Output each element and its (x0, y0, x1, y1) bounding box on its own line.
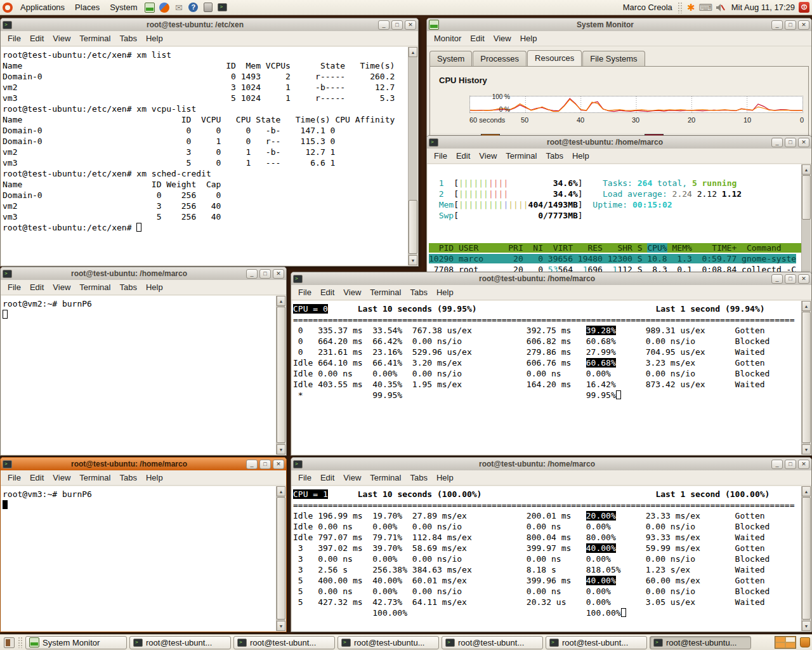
taskbar-button-5[interactable]: root@test-ubunt... (546, 636, 647, 649)
scrollbar-thumb[interactable] (277, 307, 285, 443)
menu-item-tabs[interactable]: Tabs (115, 472, 141, 484)
menu-item-tabs[interactable]: Tabs (115, 281, 141, 293)
scroll-down-icon[interactable]: ▼ (409, 255, 417, 265)
minimize-button[interactable]: _ (246, 460, 258, 469)
system-monitor-launcher[interactable] (144, 2, 155, 13)
menu-item-tabs[interactable]: Tabs (405, 286, 431, 298)
computer-launcher[interactable] (202, 2, 213, 13)
titlebar[interactable]: root@test-ubuntu: /home/marco _ □ ✕ (427, 136, 811, 149)
minimize-button[interactable]: _ (378, 20, 390, 30)
menu-item-file[interactable]: File (294, 286, 316, 298)
minimize-button[interactable]: _ (771, 20, 783, 30)
update-notifier[interactable]: ✱ (686, 2, 697, 13)
menu-item-file[interactable]: File (294, 472, 316, 484)
show-desktop-button[interactable] (4, 637, 15, 648)
menu-item-tabs[interactable]: Tabs (405, 472, 431, 484)
maximize-button[interactable]: □ (785, 460, 796, 469)
menu-item-monitor[interactable]: Monitor (429, 32, 466, 44)
titlebar[interactable]: root@test-ubuntu: /home/marco _ □ ✕ (291, 272, 811, 285)
menu-item-help[interactable]: Help (141, 472, 167, 484)
user-switcher[interactable]: Marco Creola (619, 3, 676, 12)
taskbar-button-6[interactable]: root@test-ubuntu... (650, 636, 751, 649)
close-button[interactable]: ✕ (798, 274, 809, 284)
ubuntu-logo-icon[interactable] (3, 3, 13, 13)
menu-item-file[interactable]: File (3, 32, 25, 44)
applet-handle[interactable] (678, 2, 683, 13)
menu-item-help[interactable]: Help (568, 150, 594, 162)
menu-item-view[interactable]: View (48, 472, 75, 484)
menu-item-view[interactable]: View (339, 472, 365, 484)
scrollbar-thumb[interactable] (802, 497, 811, 620)
close-button[interactable]: ✕ (405, 20, 416, 30)
titlebar[interactable]: root@test-ubuntu: /etc/xen _ □ ✕ (1, 18, 418, 31)
workspace-2[interactable] (785, 637, 796, 642)
menu-item-edit[interactable]: Edit (316, 472, 339, 484)
menu-item-file[interactable]: File (3, 472, 25, 484)
taskbar-button-0[interactable]: System Monitor (25, 636, 127, 649)
scrollbar-thumb[interactable] (802, 175, 811, 220)
minimize-button[interactable]: _ (771, 138, 783, 147)
menu-item-help[interactable]: Help (516, 32, 542, 44)
menu-item-edit[interactable]: Edit (25, 32, 48, 44)
titlebar[interactable]: root@test-ubuntu: /home/marco _ □ ✕ (291, 458, 811, 470)
help-launcher[interactable]: ? (188, 2, 199, 13)
taskbar-button-1[interactable]: root@test-ubunt... (129, 636, 231, 649)
menu-item-terminal[interactable]: Terminal (75, 281, 115, 293)
workspace-switcher[interactable] (775, 636, 796, 649)
menu-item-terminal[interactable]: Terminal (75, 32, 115, 44)
logout-button[interactable]: ⏼ (799, 2, 809, 13)
menu-item-edit[interactable]: Edit (25, 281, 48, 293)
menu-item-places[interactable]: Places (70, 1, 105, 13)
menu-item-edit[interactable]: Edit (316, 286, 339, 298)
menu-item-terminal[interactable]: Terminal (75, 472, 115, 484)
minimize-button[interactable]: _ (771, 274, 783, 284)
workspace-3[interactable] (775, 642, 785, 648)
menu-item-view[interactable]: View (48, 32, 75, 44)
menu-item-view[interactable]: View (48, 281, 75, 293)
window-vm3-terminal[interactable]: root@test-ubuntu: /home/marco _ □ ✕ File… (0, 457, 287, 632)
tasklist-handle[interactable] (18, 637, 23, 648)
scrollbar[interactable]: ▲ ▼ (801, 486, 811, 631)
titlebar[interactable]: root@test-ubuntu: /home/marco _ □ ✕ (1, 267, 286, 280)
scrollbar[interactable]: ▲ ▼ (276, 296, 285, 454)
close-button[interactable]: ✕ (273, 460, 284, 469)
tab-processes[interactable]: Processes (473, 51, 527, 66)
terminal-output[interactable]: CPU = 0 Last 10 seconds (99.95%) Last 1 … (292, 301, 801, 454)
taskbar-button-2[interactable]: root@test-ubunt... (233, 636, 335, 649)
menu-item-view[interactable]: View (339, 286, 365, 298)
scroll-down-icon[interactable]: ▼ (802, 621, 811, 631)
menu-item-edit[interactable]: Edit (25, 472, 48, 484)
keyboard-indicator[interactable]: ⌨ (700, 2, 711, 13)
scrollbar-thumb[interactable] (277, 497, 285, 620)
scroll-up-icon[interactable]: ▲ (277, 486, 285, 496)
maximize-button[interactable]: □ (785, 20, 796, 30)
maximize-button[interactable]: □ (259, 460, 271, 469)
menu-item-view[interactable]: View (489, 32, 516, 44)
scrollbar[interactable]: ▲ ▼ (408, 47, 417, 265)
scrollbar-thumb[interactable] (409, 200, 417, 254)
menu-item-edit[interactable]: Edit (452, 150, 475, 162)
terminal-launcher[interactable] (217, 2, 228, 13)
scrollbar[interactable]: ▲ ▼ (276, 486, 285, 631)
terminal-output[interactable]: root@vm2:~# burnP6 (1, 296, 276, 454)
window-xen-terminal[interactable]: root@test-ubuntu: /etc/xen _ □ ✕ FileEdi… (0, 18, 419, 267)
menu-item-terminal[interactable]: Terminal (501, 150, 541, 162)
menu-item-help[interactable]: Help (141, 281, 167, 293)
scroll-up-icon[interactable]: ▲ (409, 47, 417, 57)
taskbar-button-4[interactable]: root@test-ubunt... (442, 636, 543, 649)
maximize-button[interactable]: □ (785, 274, 796, 284)
menu-item-help[interactable]: Help (432, 472, 458, 484)
terminal-output[interactable]: CPU = 1 Last 10 seconds (100.00%) Last 1… (292, 486, 801, 631)
menu-item-terminal[interactable]: Terminal (365, 286, 405, 298)
clock[interactable]: Mit Aug 11, 17:29 (728, 3, 799, 12)
terminal-output[interactable]: root@test-ubuntu:/etc/xen# xm listName I… (1, 47, 408, 265)
menu-item-help[interactable]: Help (141, 32, 167, 44)
tab-file-systems[interactable]: File Systems (582, 51, 645, 66)
terminal-output[interactable]: root@vm3:~# burnP6 (1, 486, 276, 631)
close-button[interactable]: ✕ (798, 138, 809, 147)
scrollbar-thumb[interactable] (802, 312, 811, 443)
menu-item-file[interactable]: File (3, 281, 25, 293)
menu-item-terminal[interactable]: Terminal (365, 472, 405, 484)
maximize-button[interactable]: □ (259, 269, 271, 279)
window-xenmon-cpu1[interactable]: root@test-ubuntu: /home/marco _ □ ✕ File… (291, 457, 812, 632)
